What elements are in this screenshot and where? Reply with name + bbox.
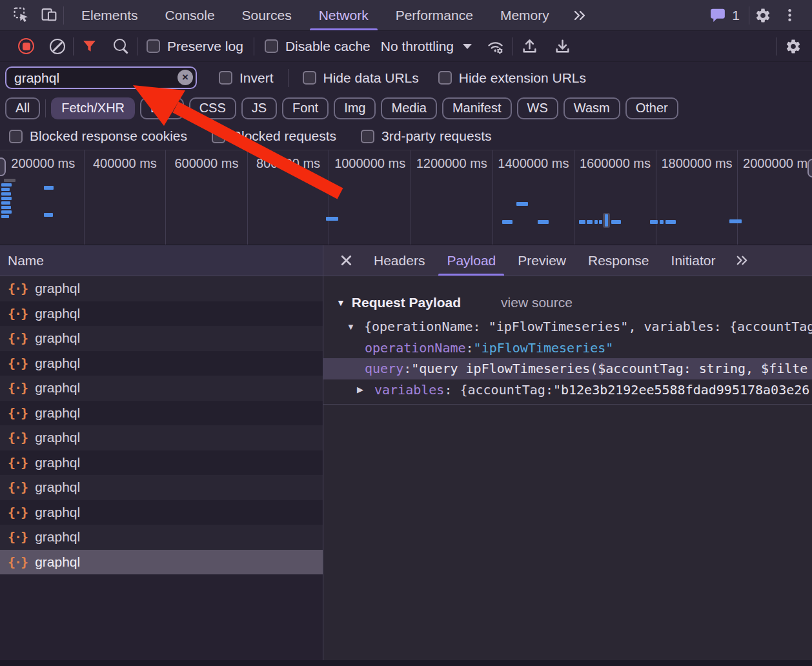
network-overview-timeline[interactable]: 200000 ms400000 ms600000 ms800000 ms1000… — [0, 150, 812, 245]
request-waterfall-bar[interactable] — [1, 192, 11, 196]
device-toolbar-icon[interactable] — [36, 4, 63, 26]
network-settings-gear-icon[interactable] — [777, 31, 803, 61]
request-row[interactable]: {·}graphql — [0, 425, 323, 450]
3rd-party-requests-checkbox[interactable]: 3rd-party requests — [357, 128, 495, 144]
request-waterfall-bar[interactable] — [1, 183, 12, 187]
request-waterfall-bar[interactable] — [594, 220, 598, 224]
request-waterfall-bar[interactable] — [660, 220, 664, 224]
clear-network-log-button[interactable] — [42, 31, 73, 61]
blocked-requests-checkbox[interactable]: Blocked requests — [208, 128, 340, 144]
export-har-icon[interactable] — [546, 31, 579, 61]
disable-cache-checkbox[interactable]: Disable cache — [261, 39, 374, 54]
more-details-tabs-icon[interactable] — [726, 245, 758, 276]
type-filter-manifest[interactable]: Manifest — [442, 97, 512, 119]
payload-tree-line[interactable]: ▼{operationName: "ipFlowTimeseries", var… — [323, 316, 812, 338]
request-row[interactable]: {·}graphql — [0, 550, 323, 575]
network-conditions-icon[interactable] — [478, 31, 513, 61]
blocked-response-cookies-checkbox[interactable]: Blocked response cookies — [5, 128, 191, 144]
request-waterfall-bar[interactable] — [1, 188, 10, 191]
request-waterfall-bar[interactable] — [579, 220, 585, 224]
request-row[interactable]: {·}graphql — [0, 276, 323, 301]
request-waterfall-bar[interactable] — [1, 197, 12, 200]
import-har-icon[interactable] — [513, 31, 546, 61]
type-filter-js[interactable]: JS — [241, 97, 277, 119]
collapsed-triangle-icon[interactable]: ▶ — [357, 385, 374, 394]
type-filter-other[interactable]: Other — [625, 97, 678, 119]
request-row[interactable]: {·}graphql — [0, 376, 323, 401]
type-filter-doc[interactable]: Doc — [140, 97, 184, 119]
request-waterfall-bar[interactable] — [599, 220, 602, 224]
preserve-log-checkbox[interactable]: Preserve log — [143, 39, 247, 54]
close-details-icon[interactable] — [330, 245, 363, 276]
tab-sources[interactable]: Sources — [228, 0, 305, 30]
request-name: graphql — [35, 281, 80, 296]
payload-tree-line[interactable]: ▶variables: {accountTag: "b12e3b2192ee55… — [323, 379, 812, 401]
expanded-triangle-icon[interactable]: ▼ — [347, 322, 364, 332]
request-row[interactable]: {·}graphql — [0, 500, 323, 525]
request-waterfall-bar[interactable] — [44, 213, 53, 217]
name-column-header[interactable]: Name — [0, 245, 323, 276]
request-waterfall-bar[interactable] — [516, 202, 528, 206]
request-waterfall-bar[interactable] — [665, 220, 676, 224]
type-filter-all[interactable]: All — [5, 97, 40, 119]
request-waterfall-bar[interactable] — [1, 206, 11, 209]
request-waterfall-bar[interactable] — [326, 217, 338, 221]
details-tab-headers[interactable]: Headers — [363, 245, 436, 276]
request-waterfall-bar[interactable] — [650, 220, 658, 224]
type-filter-img[interactable]: Img — [334, 97, 376, 119]
request-row[interactable]: {·}graphql — [0, 301, 323, 327]
request-row[interactable]: {·}graphql — [0, 401, 323, 426]
request-waterfall-bar[interactable] — [44, 186, 54, 190]
details-tab-response[interactable]: Response — [577, 245, 660, 276]
issues-indicator[interactable]: 1 — [700, 7, 749, 23]
inspect-element-icon[interactable] — [8, 4, 36, 26]
request-waterfall-bar[interactable] — [587, 220, 593, 224]
request-row[interactable]: {·}graphql — [0, 351, 323, 376]
tab-memory[interactable]: Memory — [487, 0, 563, 30]
request-waterfall-bar[interactable] — [1, 210, 12, 214]
hide-data-urls-checkbox[interactable]: Hide data URLs — [298, 70, 424, 86]
filter-input[interactable] — [5, 66, 197, 89]
tab-console[interactable]: Console — [152, 0, 228, 30]
search-icon[interactable] — [105, 31, 137, 61]
tab-network[interactable]: Network — [305, 0, 382, 30]
details-tab-preview[interactable]: Preview — [507, 245, 577, 276]
more-panels-button[interactable] — [563, 8, 596, 23]
details-tab-initiator[interactable]: Initiator — [660, 245, 727, 276]
request-row[interactable]: {·}graphql — [0, 525, 323, 550]
invert-checkbox[interactable]: Invert — [214, 70, 279, 86]
settings-gear-icon[interactable] — [749, 5, 776, 26]
hide-extension-urls-checkbox[interactable]: Hide extension URLs — [433, 70, 591, 86]
request-row[interactable]: {·}graphql — [0, 326, 323, 351]
request-waterfall-bar[interactable] — [1, 201, 10, 205]
tab-performance[interactable]: Performance — [382, 0, 487, 30]
tab-elements[interactable]: Elements — [68, 0, 152, 30]
request-waterfall-bar[interactable] — [611, 220, 621, 224]
type-filter-fetch-xhr[interactable]: Fetch/XHR — [51, 97, 135, 119]
overview-left-grip[interactable] — [0, 157, 6, 176]
overview-right-grip[interactable] — [807, 159, 812, 177]
type-filter-font[interactable]: Font — [282, 97, 329, 119]
kebab-menu-icon[interactable] — [776, 5, 803, 26]
request-row[interactable]: {·}graphql — [0, 450, 323, 476]
filter-funnel-icon[interactable] — [74, 31, 105, 61]
request-row[interactable]: {·}graphql — [0, 475, 323, 500]
request-waterfall-bar[interactable] — [502, 220, 513, 224]
type-filter-wasm[interactable]: Wasm — [563, 97, 620, 119]
payload-tree-line[interactable]: operationName: "ipFlowTimeseries" — [323, 338, 812, 359]
clear-filter-icon[interactable]: × — [178, 70, 193, 85]
record-network-log-button[interactable] — [10, 31, 42, 61]
throttling-select[interactable]: No throttling — [374, 39, 478, 54]
type-filter-ws[interactable]: WS — [517, 97, 558, 119]
type-filter-media[interactable]: Media — [381, 97, 436, 119]
details-tab-payload[interactable]: Payload — [436, 245, 507, 276]
timeline-muted[interactable] — [4, 179, 15, 182]
request-waterfall-bar[interactable] — [538, 220, 549, 224]
request-waterfall-bar[interactable] — [729, 219, 742, 223]
timeline-marker-line[interactable] — [605, 214, 608, 227]
type-filter-css[interactable]: CSS — [189, 97, 236, 119]
request-waterfall-bar[interactable] — [1, 215, 9, 218]
payload-tree-line[interactable]: query: "query ipFlowTimeseries($accountT… — [323, 358, 812, 379]
collapse-triangle-icon[interactable]: ▼ — [336, 298, 345, 308]
view-source-link[interactable]: view source — [501, 295, 573, 310]
